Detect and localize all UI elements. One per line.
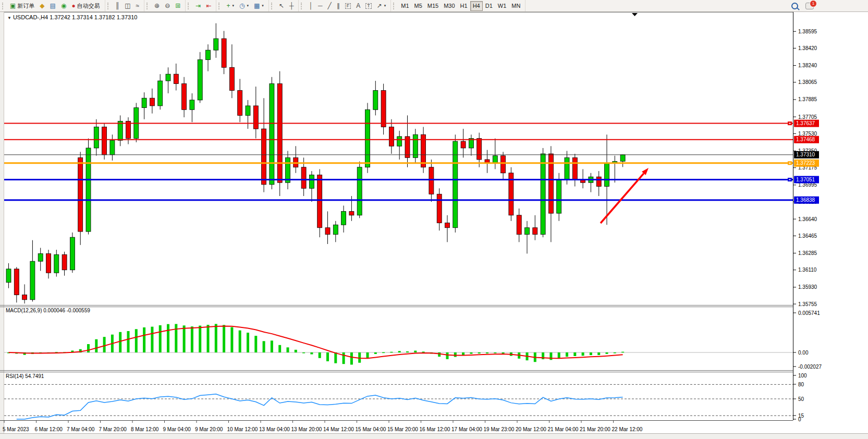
timeframe-mn-button[interactable]: MN	[509, 1, 523, 11]
crosshair-button[interactable]: ┼	[287, 1, 297, 11]
toolbar-group: │─╱∥FAT↗▾	[299, 0, 391, 11]
svg-text:1.38240: 1.38240	[798, 63, 817, 68]
arrows-button[interactable]: ↗▾	[374, 1, 389, 11]
profiles-button[interactable]: ▤	[47, 1, 58, 11]
vertical-line-button[interactable]: │	[306, 1, 315, 11]
signals-button[interactable]: ◉	[58, 1, 69, 11]
clock-icon: ◷	[239, 3, 244, 9]
toolbar-drag-handle[interactable]	[146, 3, 149, 9]
search-icon[interactable]	[791, 3, 798, 9]
timeframe-m1-button[interactable]: M1	[398, 1, 411, 11]
new-chart-button[interactable]: ◆	[37, 1, 47, 11]
svg-text:1.36465: 1.36465	[798, 233, 817, 239]
svg-text:1.37223: 1.37223	[796, 160, 815, 166]
timeframe-m30-button[interactable]: M30	[441, 1, 457, 11]
toolbar-group: ║◫≈	[105, 0, 144, 11]
svg-text:15 Mar 04:00: 15 Mar 04:00	[356, 426, 386, 432]
zoom-out-button[interactable]: ⊖	[162, 1, 173, 11]
svg-text:1.38420: 1.38420	[798, 45, 817, 51]
timeframe-d1-button[interactable]: D1	[483, 1, 495, 11]
zoom-in-icon: ⊕	[154, 3, 160, 9]
zoom-in-button[interactable]: ⊕	[152, 1, 162, 11]
svg-text:1.37637: 1.37637	[796, 120, 815, 126]
bar-chart-button[interactable]: ║	[113, 1, 123, 11]
chevron-down-icon: ▾	[232, 4, 234, 8]
periods-button[interactable]: ◷▾	[237, 1, 251, 11]
chevron-down-icon: ▾	[384, 4, 386, 8]
indicators-icon: +	[226, 3, 230, 9]
toolbar-drag-handle[interactable]	[301, 3, 303, 9]
chart-shift-icon: ⇤	[206, 3, 211, 9]
new-order-button[interactable]: ▣新订单	[7, 1, 37, 11]
chart-title-bar: ▼USDCAD-,H4 1.37242 1.37314 1.37182 1.37…	[7, 14, 137, 20]
svg-text:6 Mar 12:00: 6 Mar 12:00	[35, 426, 63, 432]
new-order-button-label: 新订单	[17, 2, 34, 10]
timeframe-w1-button[interactable]: W1	[495, 1, 509, 11]
horizontal-line-button[interactable]: ─	[315, 1, 325, 11]
toolbar-drag-handle[interactable]	[393, 3, 396, 9]
notifications-icon[interactable]: 1	[805, 3, 814, 9]
candlestick-chart-button[interactable]: ◫	[122, 1, 133, 11]
svg-text:13 Mar 04:00: 13 Mar 04:00	[259, 426, 290, 432]
svg-text:1.37530: 1.37530	[798, 131, 817, 137]
new-chart-icon: ◆	[40, 3, 44, 9]
text-label-button[interactable]: T	[363, 1, 374, 11]
text-button[interactable]: A	[353, 1, 363, 11]
timeframe-h1-button-label: H1	[460, 3, 468, 9]
svg-text:1.37705: 1.37705	[798, 114, 817, 120]
chevron-down-icon: ▾	[247, 4, 249, 8]
timeframe-m5-button-label: M5	[414, 3, 422, 9]
toolbar-drag-handle[interactable]	[107, 3, 110, 9]
vertical-line-icon: │	[309, 3, 313, 9]
timeframe-d1-button-label: D1	[485, 3, 493, 9]
chart-shift-button[interactable]: ⇤	[203, 1, 214, 11]
svg-text:10 Mar 12:00: 10 Mar 12:00	[227, 426, 258, 432]
svg-text:1.36285: 1.36285	[798, 250, 817, 256]
toolbar-group: ▣新订单◆▤◉●自动交易	[0, 0, 105, 11]
timeframe-h4-button-label: H4	[473, 3, 480, 9]
svg-text:1.37468: 1.37468	[796, 137, 815, 142]
svg-text:1.36110: 1.36110	[798, 267, 817, 273]
fibonacci-button[interactable]: F	[343, 1, 354, 11]
timeframe-h1-button[interactable]: H1	[458, 1, 470, 11]
svg-text:1.38595: 1.38595	[798, 29, 817, 34]
timeframe-m5-button[interactable]: M5	[412, 1, 425, 11]
toolbar: ▣新订单◆▤◉●自动交易║◫≈⊕⊖⊞⇥⇤+▾◷▾▦▾↖┼│─╱∥FAT↗▾M1M…	[0, 0, 868, 12]
templates-button[interactable]: ▦▾	[251, 1, 266, 11]
toolbar-group: +▾◷▾▦▾	[216, 0, 268, 11]
equidistant-channel-button[interactable]: ∥	[334, 1, 343, 11]
price-chart-canvas[interactable]: 1.385951.384201.382401.380651.378851.377…	[0, 0, 868, 439]
svg-text:1.35755: 1.35755	[798, 301, 817, 307]
horizontal-line-icon: ─	[318, 3, 323, 9]
toolbar-drag-handle[interactable]	[188, 3, 190, 9]
collapse-ohlc-icon[interactable]: ▼	[7, 16, 11, 20]
svg-text:1.37885: 1.37885	[798, 96, 817, 102]
trendline-button[interactable]: ╱	[325, 1, 334, 11]
svg-text:21 Mar 20:00: 21 Mar 20:00	[580, 426, 610, 432]
tile-windows-button[interactable]: ⊞	[173, 1, 183, 11]
autotrade-icon: ●	[71, 3, 75, 9]
indicators-button[interactable]: +▾	[224, 1, 237, 11]
svg-text:15 Mar 20:00: 15 Mar 20:00	[387, 426, 418, 432]
svg-text:1.37051: 1.37051	[796, 177, 815, 182]
timeframe-m30-button-label: M30	[444, 3, 455, 9]
new-order-icon: ▣	[10, 3, 16, 9]
timeframe-m15-button[interactable]: M15	[425, 1, 441, 11]
toolbar-group: ⊕⊖⊞	[144, 0, 186, 11]
svg-text:20 Mar 12:00: 20 Mar 12:00	[516, 426, 546, 432]
auto-scroll-button[interactable]: ⇥	[193, 1, 203, 11]
svg-text:19 Mar 23:00: 19 Mar 23:00	[484, 426, 515, 432]
arrows-icon: ↗	[377, 3, 382, 9]
toolbar-drag-handle[interactable]	[2, 3, 5, 9]
svg-text:80: 80	[798, 382, 804, 387]
autotrade-button[interactable]: ●自动交易	[69, 1, 102, 11]
timeframe-h4-button[interactable]: H4	[470, 1, 483, 11]
toolbar-drag-handle[interactable]	[218, 3, 221, 9]
line-chart-button[interactable]: ≈	[133, 1, 142, 11]
cursor-button[interactable]: ↖	[276, 1, 287, 11]
template-icon: ▦	[254, 3, 260, 9]
svg-text:9 Mar 04:00: 9 Mar 04:00	[163, 426, 191, 432]
toolbar-group: M1M5M15M30H1H4D1W1MN	[391, 0, 525, 11]
toolbar-drag-handle[interactable]	[271, 3, 274, 9]
svg-text:7 Mar 20:00: 7 Mar 20:00	[99, 426, 127, 432]
